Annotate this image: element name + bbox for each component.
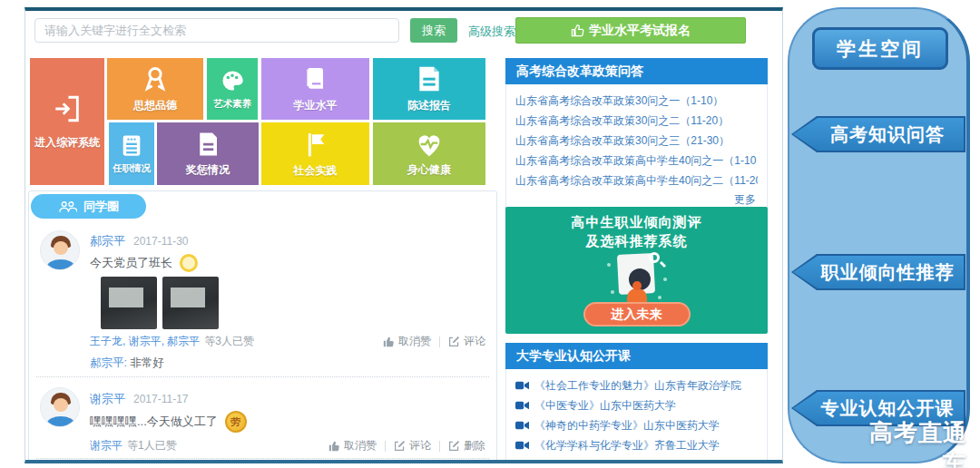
feed-title-pill[interactable]: 同学圈 (31, 194, 146, 219)
tile-label: 学业水平 (294, 98, 338, 113)
likes-count: 等1人已赞 (127, 438, 177, 453)
unlike-button[interactable]: 取消赞 (328, 438, 377, 453)
video-camera-icon (515, 381, 529, 390)
delete-button[interactable]: 删除 (448, 438, 485, 453)
pencil-square-icon (394, 440, 406, 452)
thumb-up-icon (571, 24, 584, 37)
tile-physical-mental-health[interactable]: 身心健康 (373, 122, 485, 185)
post-author[interactable]: 郝宗平 (90, 234, 125, 248)
enter-future-button[interactable]: 进入未来 (583, 302, 691, 327)
classmates-feed-card: 同学圈 郝宗平2017-11-30 今天党员了班长 王子龙, 谢宗平, 郝宗平 … (28, 190, 497, 463)
qa-link[interactable]: 山东省高考综合改革政策高中学生40问之二（11-20） (515, 171, 758, 190)
post-text: 今天党员了班长 (90, 255, 172, 271)
course-link[interactable]: 《社会工作专业的魅力》山东青年政治学院 (515, 375, 758, 395)
video-camera-icon (515, 461, 529, 463)
post-photo[interactable] (162, 277, 219, 329)
medal-icon (141, 64, 170, 93)
people-icon (58, 200, 77, 213)
delete-label: 删除 (464, 438, 485, 453)
banner-title-line2: 及选科推荐系统 (505, 233, 768, 250)
tag-label: 职业倾向性推荐 (793, 256, 964, 288)
sidebar-tag-career-recommendation[interactable]: 职业倾向性推荐 (791, 254, 965, 290)
comment-text: 非常好 (130, 356, 164, 369)
tile-artistic-quality[interactable]: 艺术素养 (207, 58, 258, 120)
qa-link[interactable]: 山东省高考综合改革政策高中学生40问之一（1-10） (515, 151, 758, 171)
course-label: 《用外语照亮“一带一路”》山东青年政治学院 (534, 455, 749, 463)
tag-label: 高考知识问答 (793, 118, 964, 151)
tile-label: 社会实践 (294, 163, 338, 179)
avatar-torso (47, 259, 74, 270)
tile-statement-report[interactable]: 陈述报告 (373, 58, 485, 120)
likers-names[interactable]: 王子龙, 谢宗平, 郝宗平 (90, 334, 200, 349)
career-test-illustration (605, 254, 669, 301)
comment-author[interactable]: 郝宗平: (90, 356, 127, 369)
avatar-torso (47, 416, 74, 427)
video-camera-icon (515, 421, 529, 430)
post-date: 2017-11-17 (133, 393, 189, 405)
load-more-button[interactable]: 加载更多 (210, 463, 317, 463)
feed-title: 同学圈 (83, 199, 119, 215)
qa-link[interactable]: 山东省高考综合改革政策30问之二（11-20） (515, 111, 758, 131)
tile-moral-character[interactable]: 思想品德 (107, 58, 203, 120)
sidebar-tag-gaokao-qa[interactable]: 高考知识问答 (791, 116, 965, 152)
comment-label: 评论 (464, 334, 485, 349)
tile-label: 身心健康 (407, 162, 451, 178)
course-link[interactable]: 《用外语照亮“一带一路”》山东青年政治学院 (515, 455, 758, 463)
tile-position-status[interactable]: 任职情况 (109, 122, 154, 185)
likers-names[interactable]: 谢宗平 (90, 438, 122, 453)
search-input[interactable] (34, 18, 399, 43)
banner-title-line1: 高中生职业倾向测评 (505, 214, 768, 231)
course-link[interactable]: 《中医专业》山东中医药大学 (515, 395, 758, 415)
tile-enter-evaluation-system[interactable]: 进入综评系统 (30, 58, 104, 185)
courses-panel: 大学专业认知公开课 《社会工作专业的魅力》山东青年政治学院 《中医专业》山东中医… (505, 343, 768, 463)
divider (439, 441, 440, 452)
search-button[interactable]: 搜索 (410, 18, 457, 43)
career-test-banner[interactable]: 高中生职业倾向测评 及选科推荐系统 进入未来 (505, 207, 768, 334)
sidebar-tag-major-open-courses[interactable]: 专业认知公开课 (791, 390, 965, 426)
course-link[interactable]: 《化学学科与化学专业》齐鲁工业大学 (515, 435, 758, 455)
sidebar-title-student-space[interactable]: 学生空间 (812, 27, 948, 70)
door-enter-icon (52, 93, 83, 124)
exam-signup-button[interactable]: 学业水平考试报名 (515, 17, 746, 44)
post-text: 嘿嘿嘿嘿...今天做义工了 (90, 414, 218, 430)
post-photo[interactable] (101, 277, 157, 329)
tile-awards-punishments[interactable]: 奖惩情况 (157, 122, 259, 185)
report-document-icon (416, 64, 443, 93)
divider (439, 336, 440, 347)
thumb-up-icon (383, 336, 395, 347)
unlike-button[interactable]: 取消赞 (383, 334, 431, 349)
unlike-label: 取消赞 (344, 438, 377, 453)
tile-academic-level[interactable]: 学业水平 (261, 58, 369, 120)
video-camera-icon (515, 441, 529, 450)
divider (385, 441, 386, 452)
tag-label: 专业认知公开课 (793, 392, 964, 424)
exam-signup-label: 学业水平考试报名 (589, 23, 691, 39)
course-label: 《社会工作专业的魅力》山东青年政治学院 (534, 375, 741, 395)
avatar[interactable] (40, 387, 80, 427)
thumb-up-icon (328, 440, 340, 452)
tile-label: 任职情况 (113, 162, 151, 175)
divider (36, 376, 489, 377)
tile-social-practice[interactable]: 社会实践 (261, 122, 369, 185)
qa-link[interactable]: 山东省高考综合改革政策30问之一（1-10） (515, 91, 758, 111)
main-panel: 搜索 高级搜索 学业水平考试报名 进入综评系统 思想品德 艺术素养 学业水平 (24, 7, 783, 463)
course-label: 《神奇的中药学专业》山东中医药大学 (534, 415, 720, 435)
comment-label: 评论 (409, 438, 431, 453)
document-icon (195, 131, 220, 158)
advanced-search-link[interactable]: 高级搜索 (468, 24, 515, 40)
tile-label: 思想品德 (133, 98, 177, 113)
course-link[interactable]: 《神奇的中药学专业》山东中医药大学 (515, 415, 758, 435)
qa-link[interactable]: 山东省高考综合改革政策30问之三（21-30） (515, 131, 758, 151)
labor-coin-badge: 劳 (225, 411, 247, 433)
tile-label: 奖惩情况 (186, 162, 230, 178)
pencil-square-icon (448, 440, 460, 452)
tile-label: 艺术素养 (213, 98, 251, 111)
list-document-icon (120, 132, 143, 158)
flag-icon (301, 130, 330, 159)
avatar[interactable] (40, 230, 80, 270)
tile-label: 陈述报告 (407, 98, 451, 113)
course-label: 《中医专业》山东中医药大学 (534, 395, 676, 415)
post-author[interactable]: 谢宗平 (90, 392, 125, 405)
comment-button[interactable]: 评论 (394, 438, 431, 453)
comment-button[interactable]: 评论 (448, 334, 485, 349)
